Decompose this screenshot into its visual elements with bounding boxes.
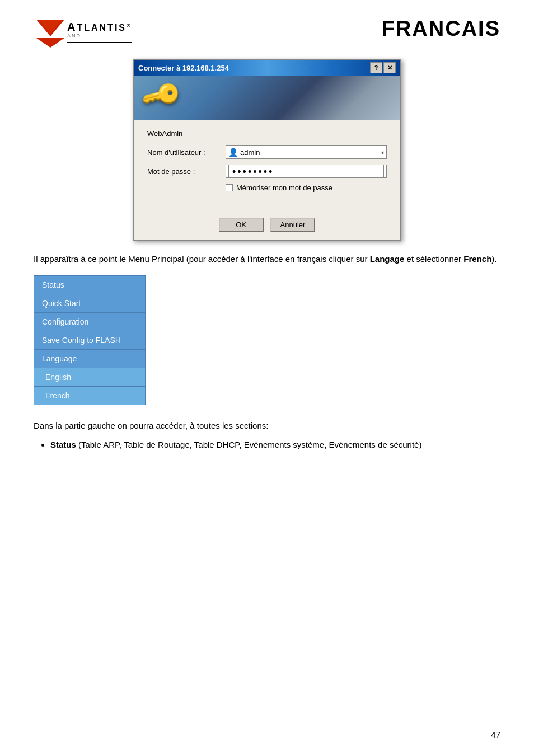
bullet1-bold: Status	[50, 440, 76, 449]
bullet1-rest: (Table ARP, Table de Routage, Table DHCP…	[76, 440, 422, 449]
dialog-wrapper: Connecter à 192.168.1.254 ? ✕ 🔑 WebAdmin…	[133, 59, 401, 241]
menu-item-french[interactable]: French	[34, 387, 145, 405]
username-input-wrapper[interactable]: 👤 admin ▾	[226, 145, 387, 159]
password-input-wrapper[interactable]: ••••••••	[226, 165, 387, 178]
menu-panel: Status Quick Start Configuration Save Co…	[34, 275, 146, 405]
dialog-banner: 🔑	[134, 76, 400, 120]
username-value: admin	[240, 148, 381, 157]
user-icon: 👤	[228, 148, 238, 157]
header: ATLANTIS® AND FRANCAIS	[34, 17, 500, 48]
logo-sub: AND	[67, 34, 132, 39]
menu-item-quickstart[interactable]: Quick Start	[34, 294, 145, 313]
dialog-footer: OK Annuler	[134, 212, 400, 240]
instruction-part2: et sélectionner	[404, 254, 463, 264]
svg-marker-2	[36, 38, 64, 48]
username-label-text: Nom d'utilisateur :	[147, 148, 205, 157]
password-row: Mot de passe : ••••••••	[147, 165, 387, 178]
instruction-part3: ).	[491, 254, 496, 264]
bullet-item-status: Status (Table ARP, Table de Routage, Tab…	[50, 438, 500, 452]
menu-item-saveconfig[interactable]: Save Config to FLASH	[34, 331, 145, 350]
page-title: FRANCAIS	[382, 17, 500, 41]
username-row: Nom d'utilisateur : 👤 admin ▾	[147, 145, 387, 159]
body-intro-text: Dans la partie gauche on pourra accéder,…	[34, 419, 500, 433]
logo-brand-name: ATLANTIS®	[67, 21, 132, 32]
username-label: Nom d'utilisateur :	[147, 148, 226, 157]
menu-item-configuration[interactable]: Configuration	[34, 313, 145, 331]
logo-text: ATLANTIS® AND	[67, 21, 132, 43]
dialog-controls: ? ✕	[370, 62, 396, 73]
menu-item-language[interactable]: Language	[34, 350, 145, 368]
instruction-langage-bold: Langage	[370, 254, 405, 264]
password-label-text: Mot de passe :	[147, 167, 195, 176]
dialog-help-button[interactable]: ?	[370, 62, 382, 73]
dialog-title: Connecter à 192.168.1.254	[138, 64, 229, 72]
dialog-box: Connecter à 192.168.1.254 ? ✕ 🔑 WebAdmin…	[133, 59, 401, 241]
dialog-webadmin-label: WebAdmin	[147, 129, 387, 138]
bullet-list: Status (Table ARP, Table de Routage, Tab…	[50, 438, 500, 452]
password-dots: ••••••••	[228, 165, 384, 178]
page-number: 47	[491, 730, 500, 739]
page-container: ATLANTIS® AND FRANCAIS Connecter à 192.1…	[0, 0, 534, 756]
menu-item-status[interactable]: Status	[34, 276, 145, 294]
remember-label: Mémoriser mon mot de passe	[236, 184, 332, 192]
cancel-button[interactable]: Annuler	[270, 218, 316, 232]
instruction-french-bold: French	[463, 254, 491, 264]
dialog-body: WebAdmin Nom d'utilisateur : 👤 admin ▾ M…	[134, 120, 400, 212]
menu-item-english[interactable]: English	[34, 368, 145, 387]
dialog-close-button[interactable]: ✕	[383, 62, 396, 73]
remember-row: Mémoriser mon mot de passe	[226, 184, 387, 192]
dialog-titlebar: Connecter à 192.168.1.254 ? ✕	[134, 60, 400, 76]
instruction-part1: Il apparaîtra à ce point le Menu Princip…	[34, 254, 370, 264]
ok-button[interactable]: OK	[219, 218, 264, 232]
instruction-text: Il apparaîtra à ce point le Menu Princip…	[34, 252, 500, 266]
remember-checkbox[interactable]	[226, 184, 233, 191]
logo-bottom-bar	[67, 42, 132, 43]
dropdown-arrow-icon[interactable]: ▾	[381, 149, 384, 156]
logo-icon	[34, 17, 67, 48]
logo-container: ATLANTIS® AND	[34, 17, 132, 48]
key-icon: 🔑	[139, 76, 184, 118]
logo-a-letter: A	[67, 21, 77, 33]
password-label: Mot de passe :	[147, 167, 226, 176]
